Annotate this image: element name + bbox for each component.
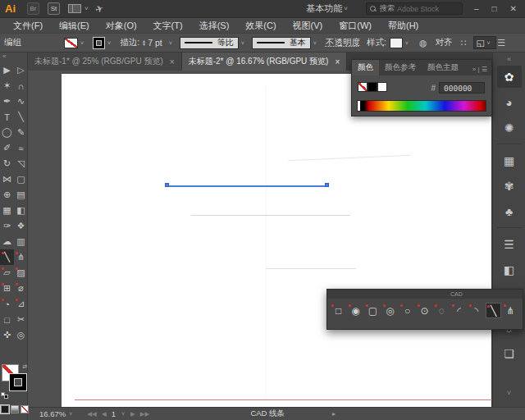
menu-item-3[interactable]: 文字(T) — [145, 20, 191, 32]
cad-polyline[interactable]: ⋔ — [503, 303, 518, 318]
column-graph-tool[interactable]: ▥ — [14, 234, 28, 249]
status-text[interactable]: CAD 线条 — [250, 409, 285, 419]
artboard-tool[interactable]: □ — [0, 312, 14, 327]
align-label[interactable]: 对齐 — [436, 37, 453, 48]
eyedropper-tool[interactable]: ✑ — [0, 218, 14, 234]
status-arrow-icon[interactable]: ▸ — [332, 410, 336, 418]
menu-item-6[interactable]: 视图(V) — [285, 20, 331, 32]
tab-close-icon[interactable]: × — [335, 57, 340, 66]
default-fill-stroke-icon[interactable] — [1, 392, 8, 399]
cad-arc-2[interactable]: ◝ — [468, 303, 484, 318]
cad-dashed-circle[interactable]: ◌ — [434, 303, 450, 318]
cad-fork-tool[interactable]: ⋔ — [14, 249, 28, 265]
free-transform-tool[interactable]: ▢ — [14, 171, 28, 187]
menu-item-2[interactable]: 对象(O) — [98, 20, 145, 32]
menu-item-1[interactable]: 编辑(E) — [51, 20, 98, 32]
workspace-switcher[interactable]: 基本功能 ˅ — [306, 2, 354, 15]
document-tab-1[interactable]: 未标题-2* @ 16.67% (RGB/GPU 预览)× — [182, 52, 348, 71]
menu-item-7[interactable]: 窗口(W) — [331, 20, 380, 32]
gradient-tool[interactable]: ◧ — [14, 203, 28, 218]
stroke-swatch-black[interactable] — [9, 373, 27, 391]
first-artboard-button[interactable]: ◀◀ — [87, 410, 97, 418]
recolor-artwork-icon[interactable]: ✺ — [497, 116, 522, 139]
cad-line-tool[interactable]: ╲ — [0, 249, 14, 265]
next-artboard-button[interactable]: ▶ — [130, 410, 135, 418]
stroke-color-swatch[interactable] — [93, 37, 105, 49]
cad-diameter-tool[interactable]: ⌀ — [14, 281, 28, 296]
faint-gray-line-2[interactable] — [266, 268, 356, 269]
transform-button[interactable]: ◱ ˅ — [473, 36, 496, 49]
panel-overflow-icon[interactable]: » | ☰ — [468, 63, 491, 75]
stroke-weight-value[interactable]: 7 pt — [148, 38, 162, 48]
cad-grid-tool[interactable]: ⊞ — [0, 281, 14, 296]
cad-triangle-tool[interactable]: ⊿ — [14, 296, 28, 312]
toolbar-collapse-icon[interactable]: « — [0, 52, 27, 62]
rotate-tool[interactable]: ↻ — [0, 156, 14, 171]
cad-rectangle[interactable]: □ — [331, 303, 346, 318]
shaper-tool[interactable]: ≈ — [14, 140, 28, 156]
gradient-mode-button[interactable] — [11, 405, 19, 413]
hand-tool[interactable]: ✜ — [0, 327, 14, 343]
panel-menu-icon[interactable]: ☰ — [497, 38, 505, 48]
selected-line-path[interactable] — [167, 185, 326, 187]
menu-item-4[interactable]: 选择(S) — [191, 20, 238, 32]
chevron-down-icon[interactable]: ˅ — [69, 411, 72, 417]
cad-rounded-rect[interactable]: ▢ — [365, 303, 381, 318]
blend-tool[interactable]: ❖ — [14, 218, 28, 234]
cad-panel-title[interactable]: CAD — [327, 290, 523, 299]
faint-gray-line-1[interactable] — [191, 215, 350, 216]
graphic-style-swatch[interactable] — [390, 38, 403, 48]
zoom-tool[interactable]: ◎ — [14, 327, 28, 343]
chevron-down-icon[interactable]: ˅ — [405, 40, 409, 46]
layout-icon[interactable] — [68, 4, 81, 13]
anchor-point-right[interactable] — [325, 183, 329, 187]
chevron-down-icon[interactable]: ˅ — [107, 40, 111, 46]
last-artboard-button[interactable]: ▶▶ — [140, 410, 150, 418]
anchor-point-left[interactable] — [165, 183, 169, 187]
swatches-icon[interactable]: ▦ — [497, 149, 522, 171]
symbols-icon[interactable]: ♣ — [497, 200, 522, 222]
share-icon[interactable]: ✈ — [94, 2, 105, 16]
menu-item-0[interactable]: 文件(F) — [5, 20, 51, 32]
menu-item-5[interactable]: 效果(C) — [237, 20, 284, 32]
none-mode-button[interactable] — [21, 405, 29, 413]
prev-artboard-button[interactable]: ◀ — [102, 410, 107, 418]
cad-circle[interactable]: ◉ — [348, 303, 363, 318]
type-tool[interactable]: T — [0, 109, 14, 125]
line-segment-tool[interactable]: ╲ — [14, 109, 28, 125]
cad-parallelogram-tool[interactable]: ▱ — [0, 265, 14, 281]
symbol-sprayer-tool[interactable]: ☁ — [0, 234, 14, 249]
chevron-down-icon[interactable]: ˅ — [169, 40, 172, 46]
fill-none-swatch[interactable] — [64, 38, 78, 48]
cad-donut[interactable]: ◎ — [382, 303, 398, 318]
stroke-icon[interactable]: ☰ — [497, 233, 522, 255]
scale-tool[interactable]: ◹ — [14, 156, 28, 171]
color-mode-button[interactable] — [1, 405, 9, 413]
dock-more-icon[interactable]: ˅ — [493, 389, 525, 397]
artboard[interactable] — [62, 74, 491, 407]
menu-item-8[interactable]: 帮助(H) — [380, 20, 427, 32]
document-tab-0[interactable]: 未标题-1* @ 25% (RGB/GPU 预览)× — [28, 52, 182, 71]
cad-line[interactable]: ╲ — [486, 303, 501, 318]
stroke-weight-stepper[interactable]: ▴▾ — [143, 39, 145, 46]
document-setup-icon[interactable]: ◍ — [419, 38, 427, 48]
cad-arc[interactable]: ◜ — [451, 303, 467, 318]
cad-hatch-tool[interactable]: ▨ — [14, 265, 28, 281]
red-horizontal-line[interactable] — [75, 399, 492, 400]
brush-dropdown[interactable]: 基本 — [252, 37, 311, 49]
opacity-label[interactable]: 不透明度 — [326, 37, 360, 48]
slice-tool[interactable]: ✂ — [14, 312, 28, 327]
cad-arc-tool[interactable]: ◔ — [0, 296, 14, 312]
color-panel-tab-1[interactable]: 颜色参考 — [379, 60, 422, 75]
chevron-down-icon[interactable]: ˅ — [80, 40, 84, 46]
align-options-icon[interactable]: ∷ — [461, 38, 467, 48]
zoom-level-value[interactable]: 16.67% — [39, 409, 66, 418]
black-swatch[interactable] — [368, 82, 377, 92]
canvas-pasteboard[interactable] — [28, 71, 492, 407]
mesh-tool[interactable]: ▦ — [0, 203, 14, 218]
perspective-grid-tool[interactable]: ▤ — [14, 187, 28, 203]
cad-ellipse[interactable]: ○ — [399, 303, 415, 318]
chevron-down-icon[interactable]: ˅ — [313, 40, 317, 46]
ellipse-tool[interactable]: ◯ — [0, 125, 14, 140]
close-button[interactable]: ✕ — [510, 4, 517, 13]
